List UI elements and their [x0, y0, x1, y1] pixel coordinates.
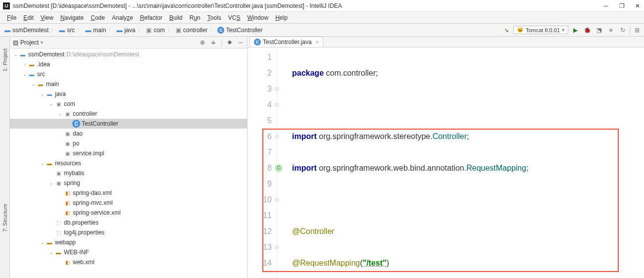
tree-label: ssmDemotest [28, 51, 64, 58]
expand-icon[interactable]: ⌄ [40, 161, 46, 166]
tree-item-ssmDemotest[interactable]: ⌄▬ssmDemotestD:\ideaspace\ssmDemotest [10, 49, 247, 59]
expand-icon[interactable]: ⌄ [49, 181, 54, 185]
project-tree[interactable]: ⌄▬ssmDemotestD:\ideaspace\ssmDemotest›▬.… [10, 48, 247, 278]
search-button[interactable]: ⊞ [632, 25, 642, 35]
code-content[interactable]: package com.controller; import org.sprin… [277, 47, 644, 278]
class-icon: C [217, 27, 224, 34]
properties-icon: ⬚ [54, 219, 62, 227]
tree-label: com [64, 100, 75, 107]
menu-tools[interactable]: Tools [204, 13, 224, 22]
editor-tabbar: C TestController.java × [248, 37, 644, 47]
minimize-button[interactable]: ─ [602, 2, 609, 9]
expand-icon[interactable]: ⌄ [22, 72, 28, 77]
bc-java[interactable]: ▬java [114, 26, 137, 35]
tree-item-dao[interactable]: ▣dao [10, 129, 247, 139]
debug-button[interactable]: 🐞 [582, 25, 592, 35]
bc-src[interactable]: ▬src [56, 26, 77, 35]
tree-item-spring-mvc-xml[interactable]: ◧spring-mvc.xml [10, 198, 247, 208]
tree-item-web-xml[interactable]: ◧web.xml [10, 257, 247, 267]
scroll-to-source-icon[interactable]: ⊕ [199, 39, 206, 46]
tree-item-main[interactable]: ⌄▬main [10, 79, 247, 89]
menu-code[interactable]: Code [88, 13, 108, 22]
menu-edit[interactable]: Edit [20, 13, 37, 22]
tree-item-service-impl[interactable]: ▣service.impl [10, 148, 247, 158]
editor-tab[interactable]: C TestController.java × [249, 37, 323, 47]
expand-icon[interactable]: ⌄ [49, 101, 54, 106]
bc-com[interactable]: ▣com [143, 26, 167, 35]
expand-icon[interactable]: ⌄ [31, 82, 37, 87]
tree-item-com[interactable]: ⌄▣com [10, 99, 247, 109]
expand-icon[interactable]: ⌄ [40, 92, 46, 96]
folder-icon: ▬ [58, 27, 65, 34]
code-editor[interactable]: 1234567891011121314 ⊟ ⊟ ⊟ C ⊟ ⊟ package … [248, 47, 644, 278]
expand-icon[interactable]: ⌄ [49, 250, 54, 255]
tree-item-resources[interactable]: ⌄▬resources [10, 158, 247, 168]
tree-label: webapp [55, 239, 76, 246]
update-button[interactable]: ↻ [618, 25, 628, 35]
tree-label: WEB-INF [64, 249, 89, 256]
expand-icon[interactable]: ⌄ [40, 240, 46, 245]
tree-item-webapp[interactable]: ⌄▬webapp [10, 237, 247, 247]
tree-item-log4j-properties[interactable]: ⬚log4j.properties [10, 228, 247, 237]
bc-main[interactable]: ▬main [83, 26, 108, 35]
tree-label: spring-mvc.xml [73, 199, 113, 206]
xml-icon: ◧ [63, 199, 71, 207]
tab-label: TestController.java [263, 39, 312, 46]
bc-testcontroller[interactable]: CTestController [215, 26, 264, 35]
menu-run[interactable]: Run [187, 13, 203, 22]
tree-item-spring-service-xml[interactable]: ◧spring-service.xml [10, 208, 247, 218]
folder-icon: ▬ [85, 27, 92, 34]
tree-item-mybatis[interactable]: ▣mybatis [10, 168, 247, 178]
tree-label: main [46, 81, 59, 88]
expand-icon[interactable]: › [22, 62, 28, 67]
stop-button[interactable]: ■ [606, 25, 616, 35]
menu-navigate[interactable]: Navigate [57, 13, 87, 22]
coverage-button[interactable]: ⬔ [594, 25, 604, 35]
package-icon: ▣ [63, 130, 71, 138]
package-icon: ▣ [54, 169, 62, 177]
menu-analyze[interactable]: Analyze [109, 13, 136, 22]
project-tool-tab[interactable]: 1: Project [1, 46, 9, 73]
close-button[interactable]: ✕ [634, 2, 641, 9]
tree-item-po[interactable]: ▣po [10, 139, 247, 148]
collapse-all-icon[interactable]: ≑ [210, 39, 217, 46]
menu-file[interactable]: File [4, 13, 19, 22]
expand-icon[interactable]: ⌄ [13, 52, 19, 57]
expand-icon[interactable]: ⌄ [57, 111, 63, 116]
project-panel: ▤ Project ▾ ⊕ ≑ | ✸ ─ ⌄▬ssmDemotestD:\id… [10, 37, 248, 278]
bc-ssmDemotest[interactable]: ▬ssmDemotest [2, 26, 50, 35]
maximize-button[interactable]: ❐ [618, 2, 625, 9]
tree-item-db-properties[interactable]: ⬚db.properties [10, 218, 247, 228]
menu-vcs[interactable]: VCS [225, 13, 244, 22]
tree-item-spring[interactable]: ⌄▣spring [10, 178, 247, 188]
structure-tool-tab[interactable]: 7: Structure [1, 202, 9, 234]
menu-refactor[interactable]: Refactor [137, 13, 165, 22]
menu-build[interactable]: Build [166, 13, 186, 22]
build-button[interactable]: ↘ [501, 25, 511, 35]
tree-item-java[interactable]: ⌄▬java [10, 89, 247, 99]
package-icon: ▣ [54, 100, 62, 108]
run-button[interactable]: ▶ [570, 25, 580, 35]
tree-item-controller[interactable]: ⌄▣controller [10, 109, 247, 119]
tree-item-src[interactable]: ⌄▬src [10, 69, 247, 79]
menu-view[interactable]: View [38, 13, 56, 22]
settings-icon[interactable]: ✸ [226, 39, 233, 46]
project-panel-title: ▤ Project ▾ [13, 39, 199, 46]
menu-help[interactable]: Help [272, 13, 291, 22]
run-config-select[interactable]: 🐱Tomcat 8.0.01▾ [513, 26, 568, 34]
tree-label: spring-service.xml [73, 209, 121, 216]
menu-window[interactable]: Window [244, 13, 271, 22]
tree-path: D:\ideaspace\ssmDemotest [66, 51, 139, 58]
tree-label: po [73, 140, 79, 147]
close-tab-icon[interactable]: × [316, 39, 319, 45]
tree-item-WEB-INF[interactable]: ⌄▬WEB-INF [10, 247, 247, 257]
tree-label: spring [64, 180, 80, 186]
tree-item-TestController[interactable]: CTestController [10, 119, 247, 129]
tree-label: service.impl [73, 150, 104, 157]
navigation-toolbar: ▬ssmDemotest〉 ▬src〉 ▬main〉 ▬java〉 ▣com〉 … [0, 24, 644, 37]
tree-item-spring-dao-xml[interactable]: ◧spring-dao.xml [10, 188, 247, 198]
package-icon: ▣ [63, 149, 71, 157]
tree-item--idea[interactable]: ›▬.idea [10, 59, 247, 69]
hide-icon[interactable]: ─ [237, 39, 244, 46]
bc-controller[interactable]: ▣controller [173, 26, 209, 35]
